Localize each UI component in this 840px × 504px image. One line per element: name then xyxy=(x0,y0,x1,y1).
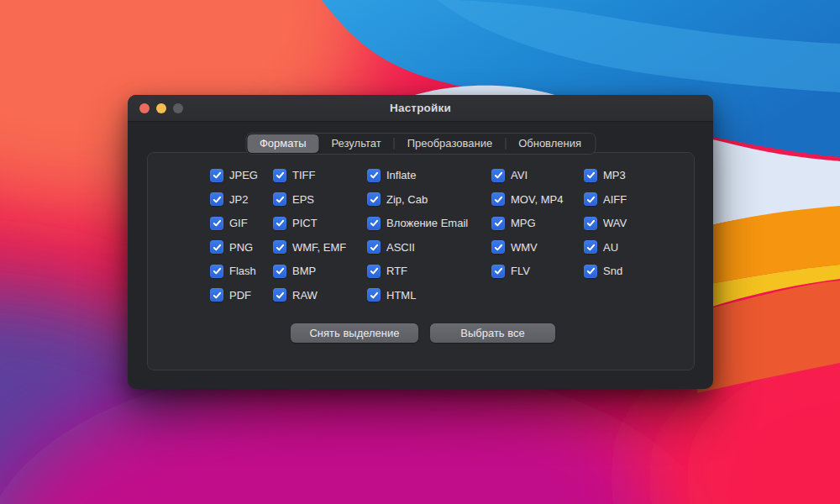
tab-result[interactable]: Результат xyxy=(319,134,394,153)
checkmark-icon xyxy=(370,243,379,252)
checkbox-checked[interactable] xyxy=(491,192,505,206)
checkbox-checked[interactable] xyxy=(584,169,597,182)
format-checkbox-item[interactable]: EPS xyxy=(273,192,346,207)
format-checkbox-item[interactable]: RTF xyxy=(367,264,468,278)
format-checkbox-item[interactable]: AIFF xyxy=(584,192,627,207)
checkbox-checked[interactable] xyxy=(491,240,505,254)
checkbox-checked[interactable] xyxy=(584,217,597,230)
format-label: FLV xyxy=(511,265,530,277)
format-checkbox-item[interactable]: PDF xyxy=(210,288,258,302)
format-checkbox-item[interactable]: FLV xyxy=(491,264,563,278)
format-label: MP3 xyxy=(603,169,626,181)
format-checkbox-item[interactable]: ASCII xyxy=(367,240,468,255)
format-checkbox-item[interactable]: JP2 xyxy=(210,192,258,207)
checkmark-icon xyxy=(370,291,379,300)
format-checkbox-item[interactable]: AU xyxy=(584,240,627,255)
checkmark-icon xyxy=(276,243,285,252)
format-checkbox-item[interactable]: MP3 xyxy=(584,168,627,182)
format-label: PDF xyxy=(229,289,251,302)
checkbox-checked[interactable] xyxy=(367,217,381,230)
format-checkbox-item[interactable]: Zip, Cab xyxy=(367,192,468,207)
checkmark-icon xyxy=(276,291,285,300)
format-label: JP2 xyxy=(229,193,248,206)
checkbox-checked[interactable] xyxy=(367,169,381,182)
checkbox-checked[interactable] xyxy=(584,265,597,278)
deselect-all-button[interactable]: Снять выделение xyxy=(291,323,418,343)
tab-formats[interactable]: Форматы xyxy=(247,134,319,153)
checkbox-checked[interactable] xyxy=(367,288,381,302)
format-label: Zip, Cab xyxy=(386,193,428,206)
format-checkbox-item[interactable]: Flash xyxy=(210,264,258,278)
checkbox-checked[interactable] xyxy=(273,265,286,278)
format-column-1: JPEGJP2GIFPNGFlashPDF xyxy=(210,168,258,302)
format-label: Вложение Email xyxy=(386,217,468,229)
format-checkbox-item[interactable]: TIFF xyxy=(273,168,346,182)
checkbox-checked[interactable] xyxy=(210,217,223,230)
checkbox-checked[interactable] xyxy=(210,265,223,278)
minimize-button[interactable] xyxy=(156,103,166,113)
checkbox-checked[interactable] xyxy=(367,265,381,278)
format-label: JPEG xyxy=(229,169,258,181)
format-checkbox-item[interactable]: WAV xyxy=(584,216,627,230)
format-column-5: MP3AIFFWAVAUSnd xyxy=(584,168,627,278)
checkmark-icon xyxy=(494,218,503,228)
checkbox-checked[interactable] xyxy=(367,192,381,206)
format-checkbox-item[interactable]: PICT xyxy=(273,216,346,230)
tab-updates[interactable]: Обновления xyxy=(506,134,594,153)
format-checkbox-item[interactable]: WMV xyxy=(491,240,563,255)
format-checkbox-item[interactable]: MPG xyxy=(491,216,563,230)
format-label: HTML xyxy=(386,289,416,302)
format-checkbox-item[interactable]: Inflate xyxy=(367,168,468,182)
checkbox-checked[interactable] xyxy=(210,288,223,302)
tab-conversion[interactable]: Преобразование xyxy=(395,134,506,153)
checkmark-icon xyxy=(370,218,379,228)
checkbox-checked[interactable] xyxy=(273,240,286,254)
checkbox-checked[interactable] xyxy=(273,288,286,302)
format-checkbox-item[interactable]: GIF xyxy=(210,216,258,230)
format-label: AIFF xyxy=(603,193,627,206)
checkbox-checked[interactable] xyxy=(491,217,505,230)
checkmark-icon xyxy=(586,266,596,276)
format-checkbox-item[interactable]: MOV, MP4 xyxy=(491,192,563,207)
titlebar[interactable]: Настройки xyxy=(128,95,713,122)
checkmark-icon xyxy=(213,218,222,228)
format-checkbox-item[interactable]: PNG xyxy=(210,240,258,255)
checkbox-checked[interactable] xyxy=(210,240,223,254)
checkbox-checked[interactable] xyxy=(491,265,505,278)
format-checkbox-item[interactable]: AVI xyxy=(491,168,563,182)
select-all-button[interactable]: Выбрать все xyxy=(430,323,555,343)
format-checkbox-item[interactable]: JPEG xyxy=(210,168,258,182)
checkmark-icon xyxy=(494,243,503,252)
window-title: Настройки xyxy=(390,102,451,114)
format-checkbox-item[interactable]: BMP xyxy=(273,264,346,278)
format-label: MOV, MP4 xyxy=(511,193,563,206)
format-label: Snd xyxy=(603,265,622,277)
checkmark-icon xyxy=(586,171,596,180)
format-label: RAW xyxy=(292,289,318,302)
format-checkbox-item[interactable]: Snd xyxy=(584,264,627,278)
format-label: Inflate xyxy=(386,169,416,181)
format-label: WMV xyxy=(511,241,538,254)
format-label: PICT xyxy=(292,217,318,229)
close-button[interactable] xyxy=(139,103,150,113)
checkbox-checked[interactable] xyxy=(584,192,597,206)
format-checkbox-item[interactable]: WMF, EMF xyxy=(273,240,346,255)
checkbox-checked[interactable] xyxy=(210,192,223,206)
checkbox-checked[interactable] xyxy=(367,240,381,254)
format-label: PNG xyxy=(229,241,253,254)
checkmark-icon xyxy=(586,195,596,204)
checkbox-checked[interactable] xyxy=(584,240,597,254)
format-checkbox-item[interactable]: HTML xyxy=(367,288,468,302)
checkbox-checked[interactable] xyxy=(210,169,223,182)
checkmark-icon xyxy=(276,171,285,180)
format-label: RTF xyxy=(386,265,407,277)
checkbox-checked[interactable] xyxy=(491,169,505,182)
format-checkbox-item[interactable]: RAW xyxy=(273,288,346,302)
checkmark-icon xyxy=(213,171,222,180)
checkbox-checked[interactable] xyxy=(273,192,286,206)
checkbox-checked[interactable] xyxy=(273,217,286,230)
format-checkbox-item[interactable]: Вложение Email xyxy=(367,216,468,230)
checkmark-icon xyxy=(213,243,222,252)
checkbox-checked[interactable] xyxy=(273,169,286,182)
desktop: Настройки Форматы Результат Преобразован… xyxy=(0,0,840,504)
